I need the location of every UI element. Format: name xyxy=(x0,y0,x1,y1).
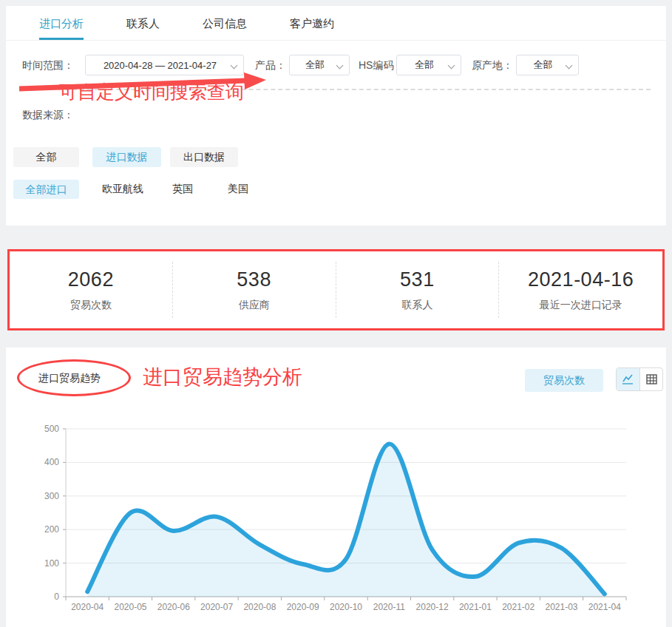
svg-text:2020-11: 2020-11 xyxy=(373,602,405,612)
svg-text:500: 500 xyxy=(44,424,59,434)
route-tabs: 全部进口 欧亚航线 英国 美国 xyxy=(13,180,248,199)
stat-contacts: 531 联系人 xyxy=(336,262,500,318)
svg-text:2020-04: 2020-04 xyxy=(71,602,103,612)
chevron-down-icon xyxy=(448,62,455,70)
origin-value: 全部 xyxy=(524,58,562,72)
svg-text:2021-04: 2021-04 xyxy=(588,602,621,612)
svg-text:2021-03: 2021-03 xyxy=(545,602,577,612)
data-source-label: 数据来源： xyxy=(22,109,74,122)
tab-import-analysis[interactable]: 进口分析 xyxy=(39,6,84,40)
svg-text:100: 100 xyxy=(44,558,59,569)
svg-text:200: 200 xyxy=(44,524,59,535)
stat-label: 联系人 xyxy=(401,299,432,312)
trend-area-chart[interactable]: 01002003004005002020-042020-052020-06202… xyxy=(6,414,666,627)
route-tab-uk[interactable]: 英国 xyxy=(172,183,193,196)
table-icon xyxy=(646,374,657,384)
table-view-button[interactable] xyxy=(639,368,662,390)
svg-text:2020-05: 2020-05 xyxy=(114,602,146,612)
route-tab-eurasia[interactable]: 欧亚航线 xyxy=(102,183,143,196)
stat-label: 供应商 xyxy=(239,299,270,312)
chart-view-toggle xyxy=(616,367,663,391)
series-trade-count-button[interactable]: 贸易次数 xyxy=(525,369,603,392)
annotation-chart-note: 进口贸易趋势分析 xyxy=(143,364,302,390)
tab-contacts[interactable]: 联系人 xyxy=(126,6,160,40)
hs-code-select[interactable]: 全部 xyxy=(396,55,461,75)
annotation-filter-note: 可自定义时间搜索查询 xyxy=(59,80,244,104)
svg-text:2020-07: 2020-07 xyxy=(200,602,233,612)
stat-value: 538 xyxy=(237,268,271,291)
stat-value: 2021-04-16 xyxy=(528,268,634,291)
svg-text:2020-06: 2020-06 xyxy=(157,602,190,612)
route-tab-usa[interactable]: 美国 xyxy=(228,183,248,196)
svg-text:300: 300 xyxy=(44,491,59,501)
stat-trade-count: 2062 贸易次数 xyxy=(10,262,173,318)
stat-value: 2062 xyxy=(68,268,114,291)
product-value: 全部 xyxy=(297,58,333,72)
hs-code-value: 全部 xyxy=(404,58,444,72)
stat-suppliers: 538 供应商 xyxy=(173,262,336,318)
chart-title: 进口贸易趋势 xyxy=(38,372,101,385)
svg-text:2020-10: 2020-10 xyxy=(330,602,362,612)
svg-text:2020-09: 2020-09 xyxy=(287,602,319,612)
chip-import-data[interactable]: 进口数据 xyxy=(92,147,161,167)
page: 进口分析 联系人 公司信息 客户邀约 时间范围： 2020-04-28 — 20… xyxy=(0,0,672,627)
tab-company-info[interactable]: 公司信息 xyxy=(203,6,247,40)
product-label: 产品： xyxy=(255,55,286,75)
svg-text:2020-08: 2020-08 xyxy=(243,602,276,612)
stat-label: 最近一次进口记录 xyxy=(540,299,622,312)
filter-panel: 进口分析 联系人 公司信息 客户邀约 时间范围： 2020-04-28 — 20… xyxy=(6,6,666,226)
chevron-down-icon xyxy=(231,62,238,70)
data-source-buttons: 全部 进口数据 出口数据 xyxy=(13,147,238,167)
origin-select[interactable]: 全部 xyxy=(516,55,579,75)
stat-value: 531 xyxy=(400,268,435,291)
trend-chart-panel: 进口贸易趋势 进口贸易趋势分析 贸易次数 0100200300400 xyxy=(6,348,666,627)
origin-label: 原产地： xyxy=(472,55,513,75)
time-range-label: 时间范围： xyxy=(22,55,74,75)
svg-text:2021-01: 2021-01 xyxy=(459,602,492,612)
route-tab-all-imports[interactable]: 全部进口 xyxy=(13,180,79,199)
svg-text:2021-02: 2021-02 xyxy=(502,602,534,612)
line-chart-view-button[interactable] xyxy=(617,368,639,390)
tab-customer-invite[interactable]: 客户邀约 xyxy=(290,6,334,40)
svg-text:400: 400 xyxy=(44,457,59,467)
time-range-value: 2020-04-28 — 2021-04-27 xyxy=(93,60,227,71)
chip-export-data[interactable]: 出口数据 xyxy=(170,147,238,167)
chevron-down-icon xyxy=(566,62,573,70)
chevron-down-icon xyxy=(336,62,344,70)
summary-stats-panel: 2062 贸易次数 538 供应商 531 联系人 2021-04-16 最近一… xyxy=(7,249,665,331)
line-chart-icon xyxy=(622,374,634,385)
svg-text:2020-12: 2020-12 xyxy=(416,602,449,612)
product-select[interactable]: 全部 xyxy=(289,55,350,75)
time-range-select[interactable]: 2020-04-28 — 2021-04-27 xyxy=(85,55,244,75)
chip-all[interactable]: 全部 xyxy=(13,147,79,167)
stat-label: 贸易次数 xyxy=(70,299,112,312)
svg-text:0: 0 xyxy=(54,592,59,602)
stat-latest-import: 2021-04-16 最近一次进口记录 xyxy=(499,262,662,318)
main-tabbar: 进口分析 联系人 公司信息 客户邀约 xyxy=(6,6,666,41)
